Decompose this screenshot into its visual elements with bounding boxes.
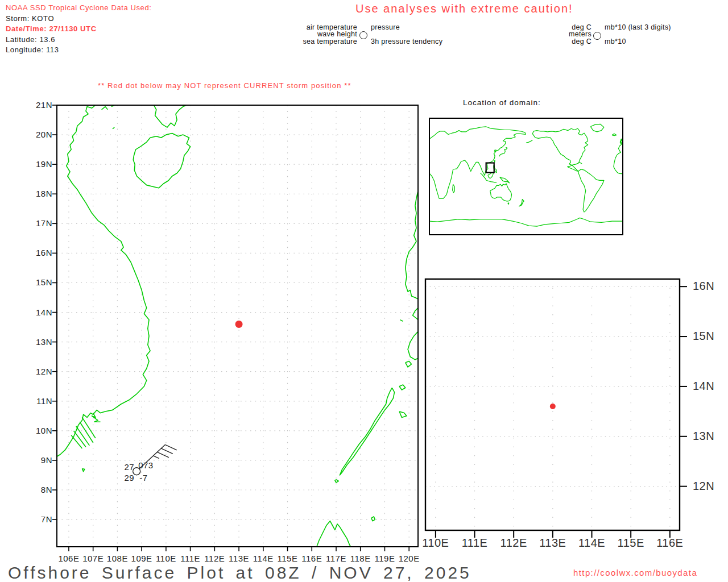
coastline: [399, 385, 406, 390]
station-sea-temp: 29: [111, 473, 134, 483]
storm-position-dot: [235, 321, 243, 328]
main-lat-tick-label: 10N: [31, 426, 52, 435]
main-lon-tick-label: 112E: [202, 554, 227, 563]
main-lat-tick-label: 9N: [31, 455, 52, 465]
coastline: [413, 308, 418, 320]
legend-mb10-label: mb*10: [605, 38, 671, 45]
station-legend-units-right: mb*10 (last 3 digits) mb*10: [605, 24, 671, 45]
datetime-line: Date/Time: 27/1130 UTC: [6, 24, 151, 35]
coastline: [57, 105, 150, 456]
world-coastline: [532, 128, 588, 171]
world-coastline: [500, 177, 510, 183]
inset-lon-tick-label: 111E: [458, 537, 492, 550]
main-lat-tick-label: 7N: [31, 514, 52, 524]
inset-lat-tick-label: 13N: [693, 430, 714, 443]
main-lat-tick-label: 13N: [31, 337, 52, 347]
inset-lon-tick-label: 113E: [536, 537, 570, 550]
main-lat-tick-label: 19N: [31, 159, 52, 169]
coastline: [80, 422, 93, 443]
world-coastline: [620, 139, 622, 144]
legend-mb10-last3-label: mb*10 (last 3 digits): [605, 24, 671, 31]
offshore-surface-plot-page: NOAA SSD Tropical Cyclone Data Used: Sto…: [0, 0, 728, 582]
main-lon-tick-label: 107E: [81, 554, 106, 563]
main-lon-tick-label: 106E: [56, 554, 81, 563]
storm-position-warning: ** Red dot below may NOT represent CURRE…: [98, 81, 351, 90]
inset-lon-tick-label: 116E: [653, 537, 687, 550]
world-coastline: [526, 140, 532, 143]
world-coastlines: [429, 124, 623, 226]
main-lat-tick-label: 15N: [31, 277, 52, 287]
station-pressure: 073: [138, 460, 154, 470]
coastline: [74, 431, 86, 447]
legend-pressure-tendency-label: 3h pressure tendency: [371, 38, 442, 45]
main-lon-tick-label: 118E: [348, 554, 373, 563]
world-coastline: [590, 124, 604, 132]
legend-meters-label: meters: [546, 31, 592, 38]
station-model-circle-icon: [359, 31, 367, 39]
wind-barb-half: [153, 456, 159, 459]
main-lat-tick-label: 8N: [31, 485, 52, 494]
main-lat-tick-label: 21N: [31, 100, 52, 110]
main-lon-tick-label: 114E: [251, 554, 276, 563]
main-lon-tick-label: 119E: [372, 554, 397, 563]
source-url: http://coolwx.com/buoydata: [573, 568, 697, 577]
world-coastline: [429, 127, 526, 198]
inset-lon-tick-label: 115E: [614, 537, 648, 550]
legend-pressure-label: pressure: [371, 24, 442, 31]
storm-name-line: Storm: KOTO: [6, 14, 151, 24]
inset-lon-tick-label: 110E: [419, 537, 453, 550]
caution-banner: Use analyses with extreme caution!: [355, 2, 573, 15]
main-lon-tick-label: 115E: [275, 554, 300, 563]
wind-barb-full: [161, 448, 173, 454]
world-coastline: [453, 184, 455, 193]
wind-barb-full: [157, 452, 169, 458]
inset-storm-position-dot: [550, 404, 556, 409]
domain-inset-title: Location of domain:: [463, 98, 541, 107]
coastline: [113, 127, 114, 129]
main-lon-tick-label: 120E: [396, 554, 421, 563]
coastline: [71, 435, 82, 448]
world-coastline: [612, 134, 617, 136]
inset-lat-tick-label: 15N: [693, 330, 714, 343]
station-model-circle-icon-units: [593, 32, 601, 40]
coastline: [317, 521, 351, 547]
world-coastline: [490, 184, 512, 201]
coastline: [154, 105, 187, 127]
coastline: [400, 320, 403, 322]
inset-lat-tick-label: 14N: [693, 380, 714, 393]
coastline: [406, 191, 418, 299]
world-coastline: [494, 160, 495, 162]
latitude-line: Latitude: 13.6: [6, 35, 151, 45]
main-lat-tick-label: 20N: [31, 130, 52, 139]
inset-lat-tick-label: 12N: [693, 480, 714, 493]
coastline: [102, 107, 108, 110]
world-coastline: [429, 218, 623, 226]
world-coastline: [508, 203, 509, 204]
coastline: [335, 480, 338, 483]
station-legend-params-left: air temperature wave height sea temperat…: [284, 24, 357, 45]
main-lon-tick-label: 111E: [178, 554, 203, 563]
longitude-line: Longitude: 113: [6, 45, 151, 56]
coastline: [406, 361, 412, 367]
data-source-line: NOAA SSD Tropical Cyclone Data Used:: [6, 3, 151, 14]
station-legend-params-right: pressure 3h pressure tendency: [371, 24, 442, 45]
world-coastline: [499, 147, 507, 156]
main-lat-tick-label: 14N: [31, 307, 52, 317]
coastline: [399, 411, 407, 417]
world-coastline: [519, 199, 524, 206]
page-title: Offshore Surface Plot at 08Z / NOV 27, 2…: [8, 563, 471, 582]
world-map-frame: [429, 118, 623, 235]
main-lon-tick-label: 109E: [129, 554, 154, 563]
station-legend-units-left: deg C meters deg C: [546, 24, 592, 45]
world-coastline: [578, 169, 604, 212]
main-lon-tick-label: 116E: [299, 554, 324, 563]
world-coastline: [579, 162, 582, 163]
coastline: [82, 469, 84, 472]
main-lon-tick-label: 113E: [226, 554, 251, 563]
station-air-temp: 27: [111, 462, 134, 472]
main-lat-tick-label: 17N: [31, 218, 52, 228]
main-lat-tick-label: 11N: [31, 396, 52, 406]
main-lon-tick-label: 110E: [154, 554, 179, 563]
main-lon-tick-label: 108E: [105, 554, 130, 563]
main-lat-tick-label: 16N: [31, 248, 52, 257]
